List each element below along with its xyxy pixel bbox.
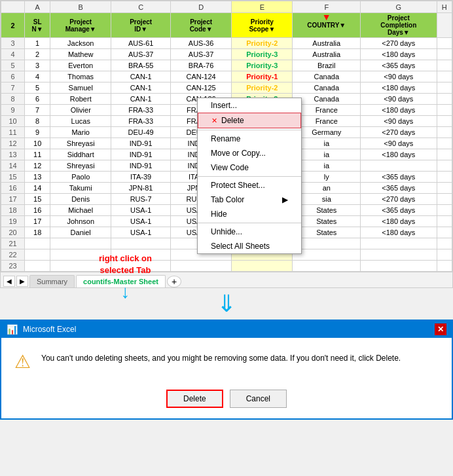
cell-empty (437, 49, 452, 60)
tab-scroll-left[interactable]: ◀ (3, 276, 15, 287)
cell-project-id: AUS-61 (111, 38, 171, 49)
tab-scroll-right[interactable]: ▶ (16, 276, 28, 287)
dialog-title-area: 📊 Microsoft Excel (7, 324, 76, 335)
header-country: ▼ COUNTRY▼ (293, 13, 361, 38)
cell-completion: <180 days (361, 216, 437, 227)
cell-manager: Daniel (50, 227, 111, 238)
cell-sl: 9 (25, 127, 50, 138)
cell-project-code: CAN-125 (170, 82, 231, 94)
cell-empty (437, 160, 452, 172)
annotation-line2: selected Tab (100, 265, 151, 275)
cell-completion: <365 days (361, 60, 437, 71)
cell-manager: Olivier (50, 105, 111, 116)
cell-empty (437, 216, 452, 227)
excel-icon: 📊 (7, 324, 18, 335)
cell-completion: <90 days (361, 94, 437, 105)
table-row: 53EvertonBRA-55BRA-76Priority-3Brazil<36… (1, 60, 452, 71)
cell-project-id: USA-1 (111, 205, 171, 216)
row-number: 23 (1, 261, 25, 272)
sheet-table: A B C D E F G H 2 SLN▼ ProjectManage▼ Pr… (1, 1, 452, 38)
menu-item-label: Protect Sheet... (211, 181, 265, 190)
cell-manager: Robert (50, 94, 111, 105)
cell-empty (437, 238, 452, 249)
cell-completion: <180 days (361, 49, 437, 60)
cell-project-id: DEU-49 (111, 127, 171, 138)
cell-project-id: RUS-7 (111, 194, 171, 205)
cell-completion: <180 days (361, 105, 437, 116)
spreadsheet: A B C D E F G H 2 SLN▼ ProjectManage▼ Pr… (0, 0, 453, 288)
cell-empty (437, 105, 452, 116)
cell-completion: <180 days (361, 227, 437, 238)
row-number: 4 (1, 49, 25, 60)
cell-empty (437, 60, 452, 71)
dialog-delete-button[interactable]: Delete (166, 390, 223, 408)
row-number: 19 (1, 216, 25, 227)
submenu-arrow-icon: ▶ (282, 195, 288, 204)
cell-project-id: ITA-39 (111, 172, 171, 183)
menu-item-select-all-sheets[interactable]: Select All Sheets (198, 239, 301, 253)
cell-empty (437, 82, 452, 94)
menu-item-hide[interactable]: Hide (198, 207, 301, 221)
menu-item-label: Unhide... (211, 227, 242, 236)
cell-completion (361, 261, 437, 272)
cell-manager (50, 238, 111, 249)
cell-project-id: USA-1 (111, 216, 171, 227)
cell-priority (232, 261, 293, 272)
menu-item-label: Tab Color (211, 195, 244, 204)
col-header-b: B (50, 1, 111, 13)
menu-item-unhide---[interactable]: Unhide... (198, 225, 301, 239)
cell-empty (437, 71, 452, 82)
cell-completion: <270 days (361, 194, 437, 205)
col-header-f: F (293, 1, 361, 13)
add-sheet-button[interactable]: + (167, 276, 181, 287)
cell-project-code: AUS-37 (170, 49, 231, 60)
cell-project-code: BRA-76 (170, 60, 231, 71)
menu-item-rename[interactable]: Rename (198, 132, 301, 146)
cell-project-id: FRA-33 (111, 116, 171, 127)
row-number: 11 (1, 127, 25, 138)
table-row: 23 (1, 261, 452, 272)
row-num-header (1, 1, 25, 13)
menu-item-delete[interactable]: ✕Delete (198, 113, 301, 128)
menu-item-insert---[interactable]: Insert... (198, 98, 301, 113)
cell-sl: 17 (25, 216, 50, 227)
cell-country: France (293, 116, 361, 127)
context-menu: Insert...✕DeleteRenameMove or Copy...Vie… (197, 98, 302, 254)
cell-project-id: FRA-33 (111, 105, 171, 116)
menu-item-view-code[interactable]: View Code (198, 160, 301, 175)
cell-country (293, 261, 361, 272)
table-row: 75SamuelCAN-1CAN-125Priority-2Canada<180… (1, 82, 452, 94)
cell-manager: Shreyasi (50, 138, 111, 149)
cell-priority: Priority-2 (232, 38, 293, 49)
tab-summary[interactable]: Summary (29, 275, 75, 287)
menu-item-protect-sheet---[interactable]: Protect Sheet... (198, 178, 301, 192)
cell-sl: 1 (25, 38, 50, 49)
cell-manager: Mathew (50, 49, 111, 60)
cell-country: Canada (293, 82, 361, 94)
excel-dialog: 📊 Microsoft Excel ✕ ⚠ You can't undo del… (0, 320, 453, 420)
red-arrow-icon: ▼ (322, 13, 331, 23)
cell-sl: 10 (25, 138, 50, 149)
cell-project-id: CAN-1 (111, 82, 171, 94)
dialog-close-button[interactable]: ✕ (435, 323, 446, 335)
menu-item-move-or-copy---[interactable]: Move or Copy... (198, 146, 301, 160)
cell-completion: <180 days (361, 82, 437, 94)
cell-empty (437, 194, 452, 205)
cell-project-id: BRA-55 (111, 60, 171, 71)
data-header-row: 2 SLN▼ ProjectManage▼ ProjectID▼ Project… (1, 13, 452, 38)
dialog-cancel-button[interactable]: Cancel (230, 390, 287, 408)
menu-item-tab-color[interactable]: Tab Color▶ (198, 192, 301, 207)
header-priority: PriorityScope▼ (232, 13, 293, 38)
dialog-buttons-area: Delete Cancel (1, 383, 452, 418)
row-number: 22 (1, 249, 25, 261)
cell-country: ly (293, 172, 361, 183)
cell-country: Brazil (293, 60, 361, 71)
cell-empty (437, 138, 452, 149)
cell-empty (437, 227, 452, 238)
row-number: 9 (1, 105, 25, 116)
cell-priority: Priority-3 (232, 60, 293, 71)
cell-country: States (293, 216, 361, 227)
cell-sl: 12 (25, 160, 50, 172)
cell-empty (437, 94, 452, 105)
row-number: 17 (1, 194, 25, 205)
